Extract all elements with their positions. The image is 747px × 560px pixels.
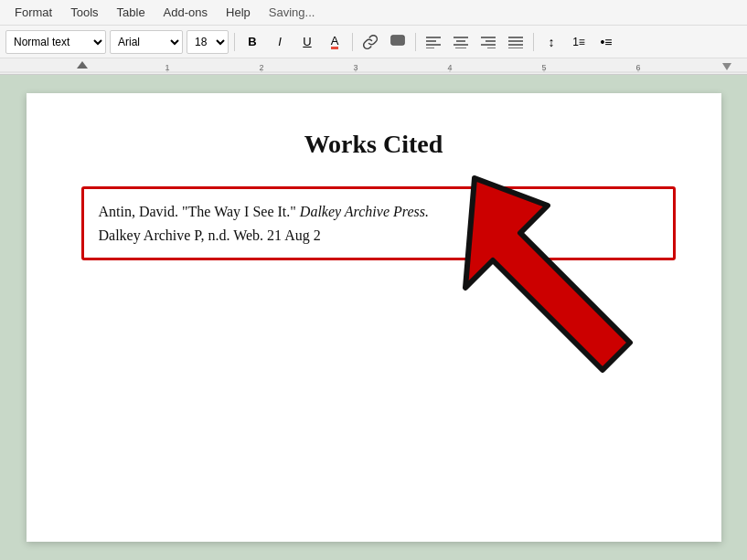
align-right-icon	[481, 36, 496, 48]
italic-button[interactable]: I	[268, 30, 292, 54]
menu-format[interactable]: Format	[7, 4, 59, 21]
saving-status: Saving...	[269, 5, 315, 19]
bulleted-list-button[interactable]: •≡	[594, 30, 618, 54]
red-arrow	[447, 151, 703, 407]
tab-stop-icon	[77, 61, 88, 69]
toolbar: Normal text Arial 18 B I U A	[0, 26, 747, 58]
paragraph-style-select[interactable]: Normal text	[5, 30, 106, 54]
bold-button[interactable]: B	[240, 30, 264, 54]
menu-table[interactable]: Table	[110, 4, 153, 21]
align-center-button[interactable]	[449, 30, 473, 54]
page: Works Cited Antin, David. "The Way I See…	[27, 93, 721, 542]
svg-marker-31	[465, 178, 630, 370]
ruler-svg: 1 2 3 4 5 6	[0, 58, 747, 74]
svg-rect-1	[391, 36, 404, 45]
menu-help[interactable]: Help	[219, 4, 258, 21]
align-center-icon	[454, 36, 468, 48]
menu-addons[interactable]: Add-ons	[156, 4, 215, 21]
align-right-button[interactable]	[476, 30, 500, 54]
font-color-button[interactable]: A	[323, 30, 347, 54]
align-justify-button[interactable]	[504, 30, 528, 54]
citation-normal-text: Antin, David. "The Way I See It."	[99, 204, 300, 219]
font-select[interactable]: Arial	[110, 30, 183, 54]
link-button[interactable]	[358, 30, 382, 54]
align-justify-icon	[508, 36, 523, 48]
line-spacing-button[interactable]: ↕	[539, 30, 563, 54]
toolbar-divider-3	[415, 33, 416, 51]
comment-button[interactable]	[386, 30, 410, 54]
underline-button[interactable]: U	[295, 30, 319, 54]
ruler-end-icon	[722, 63, 731, 70]
ruler: 1 2 3 4 5 6	[0, 58, 747, 75]
menu-bar: Format Tools Table Add-ons Help Saving..…	[0, 0, 747, 26]
comment-icon	[390, 35, 405, 49]
arrow-container	[447, 151, 703, 407]
toolbar-divider-4	[533, 33, 534, 51]
toolbar-divider-2	[352, 33, 353, 51]
align-left-button[interactable]	[422, 30, 445, 54]
toolbar-divider-1	[234, 33, 235, 51]
menu-tools[interactable]: Tools	[63, 4, 105, 21]
align-left-icon	[426, 36, 441, 48]
document-area: Works Cited Antin, David. "The Way I See…	[0, 75, 747, 560]
font-size-select[interactable]: 18	[187, 30, 229, 54]
numbered-list-button[interactable]: 1≡	[567, 30, 591, 54]
citation-italic-text: Dalkey Archive Press.	[300, 204, 429, 219]
link-icon	[363, 35, 378, 49]
